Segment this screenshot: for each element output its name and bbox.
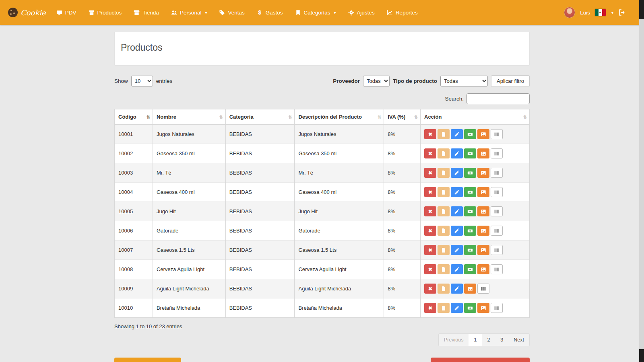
money-button[interactable] bbox=[464, 245, 476, 255]
nav-item-tienda[interactable]: Tienda bbox=[134, 10, 159, 16]
image-button[interactable] bbox=[477, 226, 489, 236]
barcode-button[interactable] bbox=[491, 129, 503, 139]
table-header-row: Código⇅Nombre⇅Categoria⇅Descripción del … bbox=[115, 109, 530, 125]
nav-item-personal[interactable]: Personal▾ bbox=[171, 10, 207, 16]
delete-button[interactable]: ✖ bbox=[424, 284, 436, 294]
chevron-down-icon[interactable]: ▾ bbox=[611, 10, 613, 15]
money-button[interactable] bbox=[464, 129, 476, 139]
image-button[interactable] bbox=[464, 284, 476, 294]
file-button[interactable] bbox=[438, 284, 450, 294]
page-next[interactable]: Next bbox=[508, 334, 529, 346]
nav-item-productos[interactable]: Productos bbox=[89, 10, 122, 16]
scrollbar[interactable] bbox=[639, 0, 644, 362]
page-2[interactable]: 2 bbox=[482, 334, 495, 346]
apply-filter-button[interactable]: Aplicar filtro bbox=[491, 75, 530, 87]
page-1[interactable]: 1 bbox=[469, 334, 482, 346]
column-header-5[interactable]: Acción⇅ bbox=[421, 109, 530, 125]
money-button[interactable] bbox=[464, 303, 476, 313]
file-button[interactable] bbox=[438, 303, 450, 313]
page-3[interactable]: 3 bbox=[495, 334, 508, 346]
cell-descripcion: Gaseosa 350 ml bbox=[295, 144, 384, 163]
image-button[interactable] bbox=[477, 245, 489, 255]
delete-button[interactable]: ✖ bbox=[424, 226, 436, 236]
image-button[interactable] bbox=[477, 264, 489, 274]
nav-item-ventas[interactable]: Ventas bbox=[219, 10, 244, 16]
brand[interactable]: Cookie bbox=[8, 8, 46, 17]
nav-item-reportes[interactable]: Reportes bbox=[387, 10, 418, 16]
money-button[interactable] bbox=[464, 264, 476, 274]
tipo-select[interactable]: Todas bbox=[440, 76, 488, 86]
nav-item-gastos[interactable]: $Gastos bbox=[257, 10, 283, 16]
image-button[interactable] bbox=[477, 206, 489, 216]
page-previous[interactable]: Previous bbox=[439, 334, 469, 346]
column-header-2[interactable]: Categoria⇅ bbox=[225, 109, 295, 125]
file-button[interactable] bbox=[438, 168, 450, 178]
edit-button[interactable] bbox=[451, 245, 463, 255]
edit-button[interactable] bbox=[451, 226, 463, 236]
image-button[interactable] bbox=[477, 168, 489, 178]
money-button[interactable] bbox=[464, 226, 476, 236]
edit-button[interactable] bbox=[451, 284, 463, 294]
avatar[interactable] bbox=[564, 7, 575, 18]
nav-item-categorias[interactable]: Categorías▾ bbox=[295, 10, 336, 16]
edit-button[interactable] bbox=[451, 187, 463, 197]
file-button[interactable] bbox=[438, 129, 450, 139]
money-button[interactable] bbox=[464, 187, 476, 197]
file-button[interactable] bbox=[438, 187, 450, 197]
entries-select[interactable]: 10 bbox=[131, 76, 153, 86]
search-input[interactable] bbox=[466, 93, 530, 104]
file-button[interactable] bbox=[438, 264, 450, 274]
barcode-button[interactable] bbox=[491, 245, 503, 255]
delete-button[interactable]: ✖ bbox=[424, 187, 436, 197]
column-header-1[interactable]: Nombre⇅ bbox=[153, 109, 225, 125]
barcode-button[interactable] bbox=[491, 264, 503, 274]
file-button[interactable] bbox=[438, 245, 450, 255]
scrollbar-bottom[interactable] bbox=[639, 349, 644, 362]
nav-item-pdv[interactable]: PDV bbox=[56, 10, 76, 16]
image-button[interactable] bbox=[477, 187, 489, 197]
delete-button[interactable]: ✖ bbox=[424, 148, 436, 158]
money-button[interactable] bbox=[464, 148, 476, 158]
barcode-button[interactable] bbox=[491, 148, 503, 158]
image-button[interactable] bbox=[477, 148, 489, 158]
money-button[interactable] bbox=[464, 168, 476, 178]
pdv-icon bbox=[56, 10, 62, 16]
edit-button[interactable] bbox=[451, 206, 463, 216]
logout-icon[interactable] bbox=[618, 9, 625, 16]
cell-codigo: 10004 bbox=[115, 183, 153, 202]
delete-button[interactable]: ✖ bbox=[424, 168, 436, 178]
edit-button[interactable] bbox=[451, 303, 463, 313]
edit-button[interactable] bbox=[451, 264, 463, 274]
edit-button[interactable] bbox=[451, 148, 463, 158]
barcode-button[interactable] bbox=[477, 284, 489, 294]
proveedor-label: Proveedor bbox=[333, 78, 360, 84]
column-header-3[interactable]: Descripción del Producto⇅ bbox=[295, 109, 384, 125]
user-name[interactable]: Luis bbox=[580, 10, 590, 16]
delete-button[interactable]: ✖ bbox=[424, 206, 436, 216]
edit-button[interactable] bbox=[451, 168, 463, 178]
add-product-button[interactable]: Agregar Producto bbox=[114, 358, 181, 362]
column-header-4[interactable]: IVA (%)⇅ bbox=[384, 109, 421, 125]
money-button[interactable] bbox=[464, 206, 476, 216]
barcode-button[interactable] bbox=[491, 303, 503, 313]
print-menu-button[interactable]: Imprimir Menú (vista previa) bbox=[431, 358, 530, 362]
image-button[interactable] bbox=[477, 129, 489, 139]
file-button[interactable] bbox=[438, 226, 450, 236]
file-button[interactable] bbox=[438, 148, 450, 158]
image-button[interactable] bbox=[477, 303, 489, 313]
file-button[interactable] bbox=[438, 206, 450, 216]
delete-button[interactable]: ✖ bbox=[424, 245, 436, 255]
edit-button[interactable] bbox=[451, 129, 463, 139]
barcode-button[interactable] bbox=[491, 187, 503, 197]
delete-button[interactable]: ✖ bbox=[424, 303, 436, 313]
barcode-button[interactable] bbox=[491, 226, 503, 236]
barcode-button[interactable] bbox=[491, 168, 503, 178]
proveedor-select[interactable]: Todas bbox=[363, 76, 390, 86]
nav-item-ajustes[interactable]: Ajustes bbox=[348, 10, 375, 16]
delete-button[interactable]: ✖ bbox=[424, 129, 436, 139]
scrollbar-thumb[interactable] bbox=[639, 0, 644, 19]
barcode-button[interactable] bbox=[491, 206, 503, 216]
delete-button[interactable]: ✖ bbox=[424, 264, 436, 274]
column-header-0[interactable]: Código⇅ bbox=[115, 109, 153, 125]
mexico-flag-icon[interactable] bbox=[595, 9, 606, 16]
